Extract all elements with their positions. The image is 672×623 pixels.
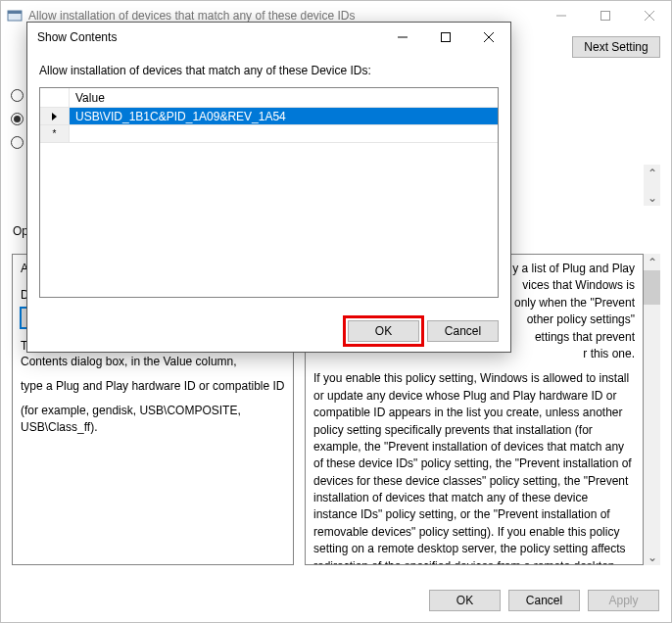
options-line-5: type a Plug and Play hardware ID or comp… xyxy=(21,378,285,395)
maximize-button[interactable] xyxy=(583,1,627,30)
radio-enabled[interactable] xyxy=(11,113,24,125)
grid-header: Value xyxy=(40,88,498,108)
dialog-title: Show Contents xyxy=(37,30,381,44)
dialog-close-button[interactable] xyxy=(467,23,510,52)
scrollbar-thumb[interactable] xyxy=(644,270,660,305)
scroll-down-icon[interactable]: ⌄ xyxy=(644,189,660,206)
grid-row[interactable]: USB\VID_1B1C&PID_1A09&REV_1A54 xyxy=(40,108,498,125)
grid-cell-value[interactable] xyxy=(70,125,498,143)
help-scrollbar[interactable]: ⌃ ⌄ xyxy=(644,254,660,565)
options-line-4: Contents dialog box, in the Value column… xyxy=(21,354,285,370)
grid-row-selector[interactable] xyxy=(40,108,70,125)
grid-value-header[interactable]: Value xyxy=(70,88,498,108)
new-row-icon: * xyxy=(53,128,57,139)
scroll-up-icon[interactable]: ⌃ xyxy=(644,254,660,270)
dialog-button-bar: OK Cancel xyxy=(348,320,499,342)
close-button[interactable] xyxy=(627,1,671,30)
grid-row-selector[interactable]: * xyxy=(40,125,70,143)
current-row-icon xyxy=(52,113,57,120)
help-paragraph-2: If you enable this policy setting, Windo… xyxy=(313,370,635,565)
next-setting-button[interactable]: Next Setting xyxy=(572,36,660,58)
svg-rect-7 xyxy=(442,33,451,42)
radio-disabled[interactable] xyxy=(11,136,24,149)
scroll-up-icon[interactable]: ⌃ xyxy=(644,165,660,181)
svg-rect-1 xyxy=(8,11,22,14)
comment-scrollbar[interactable]: ⌃ ⌄ xyxy=(644,165,660,206)
value-grid[interactable]: Value USB\VID_1B1C&PID_1A09&REV_1A54 * xyxy=(39,87,499,298)
scroll-down-icon[interactable]: ⌄ xyxy=(644,549,660,565)
svg-rect-3 xyxy=(600,12,609,21)
dialog-label: Allow installation of devices that match… xyxy=(27,52,510,83)
minimize-button[interactable] xyxy=(539,1,583,30)
dialog-minimize-button[interactable] xyxy=(381,23,424,52)
grid-selector-header xyxy=(40,88,70,108)
dialog-maximize-button[interactable] xyxy=(424,23,467,52)
dialog-cancel-button[interactable]: Cancel xyxy=(427,320,499,342)
dialog-window-controls xyxy=(381,23,510,52)
options-line-6: (for example, gendisk, USB\COMPOSITE, US… xyxy=(21,403,285,436)
grid-row[interactable]: * xyxy=(40,125,498,143)
window-title: Allow installation of devices that match… xyxy=(28,9,539,23)
main-apply-button[interactable]: Apply xyxy=(588,590,659,611)
dialog-ok-button[interactable]: OK xyxy=(348,320,419,342)
dialog-titlebar: Show Contents xyxy=(27,23,510,52)
show-contents-dialog: Show Contents Allow installation of devi… xyxy=(26,22,511,353)
main-button-bar: OK Cancel Apply xyxy=(1,579,671,622)
main-ok-button[interactable]: OK xyxy=(429,590,501,611)
state-radio-group xyxy=(11,89,24,149)
grid-cell-value[interactable]: USB\VID_1B1C&PID_1A09&REV_1A54 xyxy=(70,108,498,125)
radio-not-configured[interactable] xyxy=(11,89,24,102)
policy-icon xyxy=(7,8,23,24)
main-cancel-button[interactable]: Cancel xyxy=(508,590,580,611)
main-window-controls xyxy=(539,1,671,30)
